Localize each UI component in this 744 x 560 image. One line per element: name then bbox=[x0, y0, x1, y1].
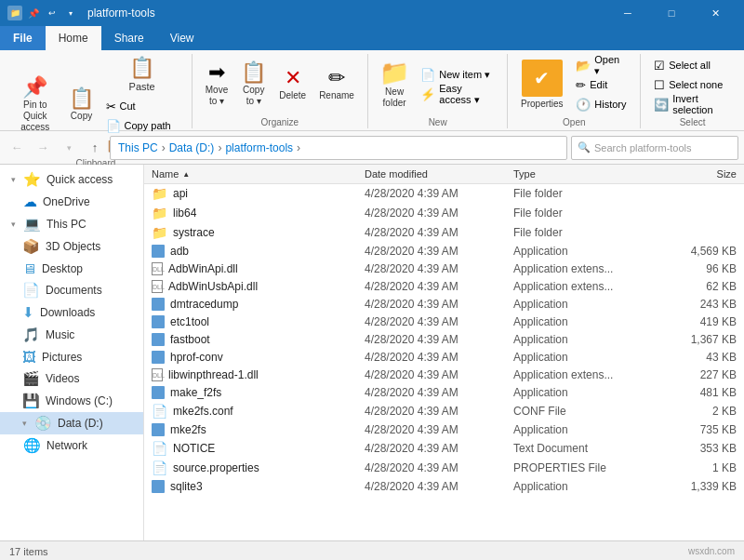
invert-selection-button[interactable]: 🔄 Invert selection bbox=[648, 95, 737, 113]
cut-button[interactable]: ✂ Cut bbox=[100, 97, 184, 115]
select-none-icon: ☐ bbox=[654, 78, 665, 92]
table-row[interactable]: adb 4/28/2020 4:39 AM Application 4,569 … bbox=[144, 243, 744, 260]
sidebar-item-3d-objects[interactable]: 📦 3D Objects bbox=[0, 235, 143, 258]
downloads-icon: ⬇ bbox=[22, 304, 34, 321]
table-row[interactable]: DLL libwinpthread-1.dll 4/28/2020 4:39 A… bbox=[144, 367, 744, 384]
sidebar-item-onedrive[interactable]: ▸ ☁ OneDrive bbox=[0, 191, 143, 213]
close-button[interactable]: ✕ bbox=[694, 0, 737, 26]
header-type[interactable]: Type bbox=[513, 168, 662, 180]
up-button[interactable]: ↑ bbox=[84, 137, 106, 159]
sidebar-item-documents[interactable]: 📄 Documents bbox=[0, 279, 143, 301]
select-buttons: ☑ Select all ☐ Select none 🔄 Invert sele… bbox=[644, 54, 740, 115]
table-row[interactable]: 📁 api 4/28/2020 4:39 AM File folder bbox=[144, 184, 744, 204]
table-row[interactable]: sqlite3 4/28/2020 4:39 AM Application 1,… bbox=[144, 478, 744, 496]
file-name-text: lib64 bbox=[173, 207, 196, 220]
file-name-text: api bbox=[173, 187, 188, 200]
quick-access-icon[interactable]: 📌 bbox=[26, 6, 41, 20]
ribbon: File Home Share View 📌 Pin to Quickacces… bbox=[0, 26, 744, 131]
table-row[interactable]: 📄 mke2fs.conf 4/28/2020 4:39 AM CONF Fil… bbox=[144, 402, 744, 421]
edit-button[interactable]: ✏ Edit bbox=[570, 75, 632, 94]
file-date-cell: 4/28/2020 4:39 AM bbox=[365, 226, 513, 239]
file-name-text: fastboot bbox=[170, 333, 210, 346]
edit-label: Edit bbox=[590, 79, 607, 90]
rename-button[interactable]: ✏ Rename bbox=[313, 56, 360, 113]
properties-button[interactable]: ✔ Properties bbox=[515, 56, 568, 113]
organize-buttons: ➡ Moveto ▾ 📋 Copyto ▾ ✕ Delete ✏ Rename bbox=[196, 54, 364, 115]
table-row[interactable]: 📄 source.properties 4/28/2020 4:39 AM PR… bbox=[144, 459, 744, 478]
back-button[interactable]: ← bbox=[6, 137, 28, 159]
file-date-cell: 4/28/2020 4:39 AM bbox=[365, 280, 513, 293]
sidebar-item-videos[interactable]: 🎬 Videos bbox=[0, 367, 143, 390]
open-button[interactable]: 📂 Open ▾ bbox=[570, 56, 632, 74]
table-row[interactable]: 📁 systrace 4/28/2020 4:39 AM File folder bbox=[144, 223, 744, 243]
path-platform-tools[interactable]: platform-tools bbox=[225, 141, 293, 154]
table-row[interactable]: dmtracedump 4/28/2020 4:39 AM Applicatio… bbox=[144, 296, 744, 313]
delete-button[interactable]: ✕ Delete bbox=[273, 56, 312, 113]
new-folder-button[interactable]: 📁 Newfolder bbox=[376, 56, 413, 113]
undo-icon[interactable]: ↩ bbox=[45, 6, 60, 20]
pin-quick-access-button[interactable]: 📌 Pin to Quickaccess bbox=[7, 76, 63, 134]
move-to-button[interactable]: ➡ Moveto ▾ bbox=[200, 56, 233, 113]
table-row[interactable]: DLL AdbWinApi.dll 4/28/2020 4:39 AM Appl… bbox=[144, 260, 744, 278]
pin-label: Pin to Quickaccess bbox=[13, 100, 58, 133]
table-row[interactable]: 📄 NOTICE 4/28/2020 4:39 AM Text Document… bbox=[144, 439, 744, 459]
sidebar-item-windows-c[interactable]: 💾 Windows (C:) bbox=[0, 390, 143, 412]
minimize-button[interactable]: ─ bbox=[606, 0, 649, 26]
search-box[interactable]: 🔍 Search platform-tools bbox=[571, 136, 738, 160]
sidebar-item-network[interactable]: ▸ 🌐 Network bbox=[0, 434, 143, 457]
sidebar-item-music[interactable]: 🎵 Music bbox=[0, 324, 143, 346]
quick-access-label: Quick access bbox=[46, 173, 113, 186]
table-row[interactable]: DLL AdbWinUsbApi.dll 4/28/2020 4:39 AM A… bbox=[144, 278, 744, 296]
table-row[interactable]: 📁 lib64 4/28/2020 4:39 AM File folder bbox=[144, 204, 744, 223]
sidebar-item-pictures[interactable]: 🖼 Pictures bbox=[0, 346, 143, 367]
header-size[interactable]: Size bbox=[662, 168, 737, 180]
table-row[interactable]: etc1tool 4/28/2020 4:39 AM Application 4… bbox=[144, 313, 744, 331]
file-date-cell: 4/28/2020 4:39 AM bbox=[365, 480, 513, 493]
file-name-text: etc1tool bbox=[170, 315, 209, 328]
file-name-text: systrace bbox=[173, 226, 215, 239]
forward-button[interactable]: → bbox=[32, 137, 54, 159]
path-this-pc[interactable]: This PC bbox=[118, 141, 158, 154]
copy-path-button[interactable]: 📄 Copy path bbox=[100, 116, 184, 135]
copy-button[interactable]: 📋 Copy bbox=[65, 76, 99, 134]
table-row[interactable]: mke2fs 4/28/2020 4:39 AM Application 735… bbox=[144, 421, 744, 439]
sidebar-item-desktop[interactable]: 🖥 Desktop bbox=[0, 258, 143, 279]
select-none-button[interactable]: ☐ Select none bbox=[648, 75, 737, 94]
tab-share[interactable]: Share bbox=[101, 26, 157, 50]
file-name-text: AdbWinUsbApi.dll bbox=[168, 280, 258, 293]
path-sep-3: › bbox=[297, 141, 300, 154]
file-date-cell: 4/28/2020 4:39 AM bbox=[365, 187, 513, 200]
table-row[interactable]: fastboot 4/28/2020 4:39 AM Application 1… bbox=[144, 331, 744, 349]
tab-home[interactable]: Home bbox=[46, 26, 101, 50]
paste-button[interactable]: 📋 Paste bbox=[100, 56, 184, 95]
title-bar: 📁 📌 ↩ ▾ platform-tools ─ □ ✕ bbox=[0, 0, 744, 26]
sidebar-item-data-d[interactable]: ▾ 💿 Data (D:) bbox=[0, 412, 143, 434]
file-name-cell: 📁 lib64 bbox=[152, 206, 365, 220]
expand-icon: ▾ bbox=[11, 220, 16, 229]
sidebar-item-downloads[interactable]: ⬇ Downloads bbox=[0, 301, 143, 324]
tab-view[interactable]: View bbox=[157, 26, 207, 50]
file-size-cell: 2 KB bbox=[662, 405, 737, 418]
maximize-button[interactable]: □ bbox=[650, 0, 693, 26]
open-icon: 📂 bbox=[576, 59, 591, 73]
table-row[interactable]: make_f2fs 4/28/2020 4:39 AM Application … bbox=[144, 384, 744, 402]
header-date[interactable]: Date modified bbox=[365, 168, 513, 180]
recent-locations-button[interactable]: ▾ bbox=[58, 137, 80, 159]
path-data-d[interactable]: Data (D:) bbox=[169, 141, 215, 154]
open-label: Open bbox=[512, 115, 636, 130]
history-button[interactable]: 🕐 History bbox=[570, 95, 632, 113]
new-item-button[interactable]: 📄 New item ▾ bbox=[415, 66, 499, 85]
select-all-button[interactable]: ☑ Select all bbox=[648, 56, 737, 74]
cut-label: Cut bbox=[120, 100, 136, 112]
sidebar-item-this-pc[interactable]: ▾ 💻 This PC bbox=[0, 213, 143, 235]
copy-to-button[interactable]: 📋 Copyto ▾ bbox=[235, 56, 272, 113]
easy-access-button[interactable]: ⚡ Easy access ▾ bbox=[415, 86, 499, 104]
dropdown-icon[interactable]: ▾ bbox=[63, 6, 78, 20]
file-type-cell: Application bbox=[513, 423, 662, 436]
tab-file[interactable]: File bbox=[0, 26, 46, 50]
ribbon-group-clipboard: 📌 Pin to Quickaccess 📋 Copy 📋 Paste bbox=[0, 54, 193, 128]
sidebar-item-quick-access[interactable]: ▾ ⭐ Quick access bbox=[0, 168, 143, 191]
header-name[interactable]: Name ▲ bbox=[152, 168, 365, 180]
table-row[interactable]: hprof-conv 4/28/2020 4:39 AM Application… bbox=[144, 349, 744, 367]
address-path[interactable]: This PC › Data (D:) › platform-tools › bbox=[110, 136, 567, 160]
